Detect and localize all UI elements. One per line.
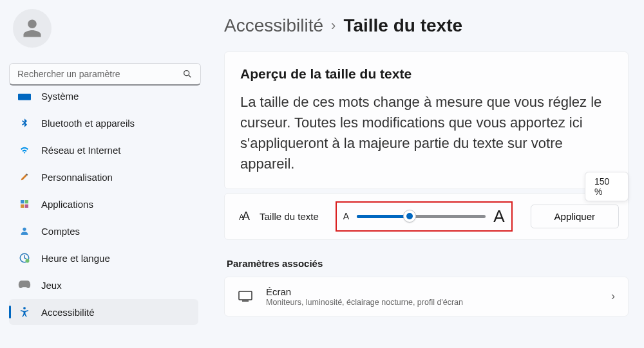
monitor-icon xyxy=(18,92,31,102)
bluetooth-icon xyxy=(18,116,31,129)
svg-line-1 xyxy=(189,75,191,77)
apps-icon xyxy=(18,197,31,210)
person-icon xyxy=(21,17,44,40)
avatar[interactable] xyxy=(13,9,52,48)
svg-point-0 xyxy=(184,71,189,76)
svg-rect-11 xyxy=(239,291,252,300)
accessibility-icon xyxy=(18,306,31,318)
sidebar-item-jeux[interactable]: Jeux xyxy=(9,272,198,298)
breadcrumb: Accessibilité › Taille du texte xyxy=(224,15,629,36)
sidebar-item-label: Heure et langue xyxy=(41,253,110,264)
svg-rect-2 xyxy=(18,94,31,100)
sidebar-item-label: Applications xyxy=(41,199,93,210)
wifi-icon xyxy=(18,143,31,156)
svg-rect-6 xyxy=(25,205,28,208)
search-icon xyxy=(182,69,193,79)
svg-point-9 xyxy=(26,259,30,263)
svg-rect-4 xyxy=(25,200,28,203)
sidebar-item-personnalisation[interactable]: Personnalisation xyxy=(9,164,198,190)
related-desc: Moniteurs, luminosité, éclairage nocturn… xyxy=(266,298,598,307)
svg-rect-3 xyxy=(21,200,24,203)
sidebar-item-accessibilite[interactable]: Accessibilité xyxy=(9,299,198,325)
sidebar-item-label: Jeux xyxy=(41,280,62,291)
search-input[interactable] xyxy=(17,69,182,79)
sidebar-item-comptes[interactable]: Comptes xyxy=(9,218,198,244)
sidebar-item-label: Système xyxy=(41,92,79,102)
sidebar-item-applications[interactable]: Applications xyxy=(9,191,198,217)
clock-globe-icon xyxy=(18,252,31,264)
slider-min-icon: A xyxy=(343,211,349,221)
nav-list: Système Bluetooth et appareils Réseau et… xyxy=(9,92,201,326)
gamepad-icon xyxy=(18,279,31,291)
preview-title: Aperçu de la taille du texte xyxy=(240,66,612,82)
sidebar-item-label: Accessibilité xyxy=(41,307,95,318)
page-title: Taille du texte xyxy=(343,15,462,36)
sidebar-item-heure[interactable]: Heure et langue xyxy=(9,245,198,271)
preview-text: La taille de ces mots change à mesure qu… xyxy=(240,92,612,174)
related-title: Écran xyxy=(266,286,598,297)
slider-highlight: A A xyxy=(336,201,513,232)
slider-thumb[interactable] xyxy=(403,210,416,223)
brush-icon xyxy=(18,170,31,183)
search-input-container[interactable] xyxy=(9,63,201,86)
chevron-right-icon: › xyxy=(331,17,336,34)
sidebar-item-bluetooth[interactable]: Bluetooth et appareils xyxy=(9,110,198,136)
slider-max-icon: A xyxy=(493,206,504,226)
related-section-title: Paramètres associés xyxy=(224,258,629,269)
breadcrumb-parent[interactable]: Accessibilité xyxy=(224,15,323,36)
apply-button[interactable]: Appliquer xyxy=(531,205,619,228)
account-icon xyxy=(18,224,31,237)
display-icon xyxy=(238,290,253,303)
sidebar-item-label: Personnalisation xyxy=(41,172,113,183)
chevron-right-icon: › xyxy=(611,289,615,303)
sidebar-item-label: Comptes xyxy=(41,226,80,237)
slider-value-tooltip: 150 % xyxy=(585,172,629,201)
sidebar-item-reseau[interactable]: Réseau et Internet xyxy=(9,137,198,163)
preview-card: Aperçu de la taille du texte La taille d… xyxy=(224,51,629,189)
sidebar-item-systeme[interactable]: Système xyxy=(9,92,198,109)
svg-rect-5 xyxy=(21,205,24,208)
svg-point-7 xyxy=(23,228,26,231)
svg-point-10 xyxy=(23,307,26,309)
related-text: Écran Moniteurs, luminosité, éclairage n… xyxy=(266,286,598,307)
related-item-ecran[interactable]: Écran Moniteurs, luminosité, éclairage n… xyxy=(224,277,629,316)
sidebar-item-label: Bluetooth et appareils xyxy=(41,118,135,129)
sidebar-item-label: Réseau et Internet xyxy=(41,145,120,156)
text-size-icon: AA xyxy=(239,210,248,223)
text-size-row: AA Taille du texte A A Appliquer xyxy=(224,193,629,240)
slider-label: Taille du texte xyxy=(260,211,319,222)
text-size-slider[interactable] xyxy=(357,209,486,223)
